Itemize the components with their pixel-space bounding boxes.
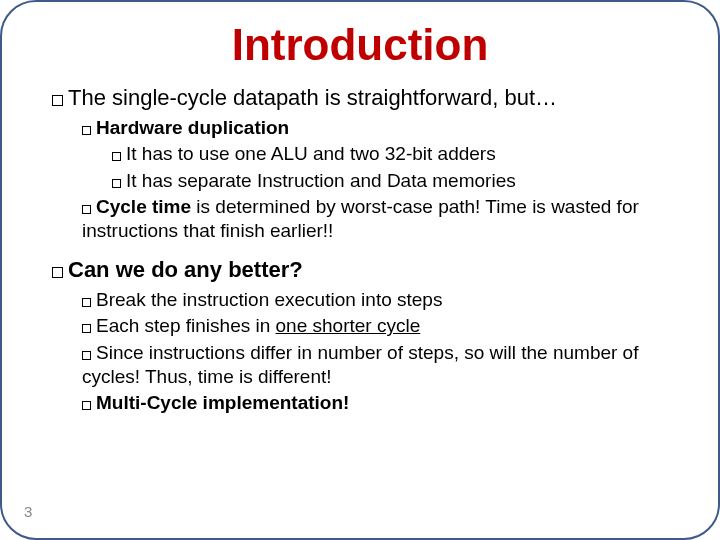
text: Can we do any better? — [68, 257, 303, 282]
bullet-l1-better: Can we do any better? — [52, 256, 678, 284]
square-bullet-icon — [112, 152, 121, 161]
square-bullet-icon — [82, 324, 91, 333]
slide-title: Introduction — [42, 20, 678, 70]
text: Hardware duplication — [96, 117, 289, 138]
bullet-l2-break: Break the instruction execution into ste… — [82, 288, 678, 312]
bullet-l2-differ: Since instructions differ in number of s… — [82, 341, 678, 390]
square-bullet-icon — [82, 126, 91, 135]
text: Break the instruction execution into ste… — [96, 289, 442, 310]
slide-frame: Introduction The single-cycle datapath i… — [0, 0, 720, 540]
square-bullet-icon — [52, 95, 63, 106]
square-bullet-icon — [82, 205, 91, 214]
text-a: Each step finishes in — [96, 315, 276, 336]
square-bullet-icon — [82, 351, 91, 360]
page-number: 3 — [24, 503, 32, 520]
text: Since instructions differ in number of s… — [82, 342, 638, 387]
spacer — [42, 246, 678, 252]
bullet-l2-hardware: Hardware duplication — [82, 116, 678, 140]
bullet-l2-shorter-cycle: Each step finishes in one shorter cycle — [82, 314, 678, 338]
text-underline: one shorter cycle — [276, 315, 421, 336]
square-bullet-icon — [52, 267, 63, 278]
text: The single-cycle datapath is straightfor… — [68, 85, 557, 110]
text: Multi-Cycle implementation! — [96, 392, 349, 413]
text: It has to use one ALU and two 32-bit add… — [126, 143, 496, 164]
square-bullet-icon — [112, 179, 121, 188]
bullet-l2-cycle-time: Cycle time is determined by worst-case p… — [82, 195, 678, 244]
bullet-l3-memories: It has separate Instruction and Data mem… — [112, 169, 678, 193]
bullet-l3-alu: It has to use one ALU and two 32-bit add… — [112, 142, 678, 166]
square-bullet-icon — [82, 298, 91, 307]
text: It has separate Instruction and Data mem… — [126, 170, 516, 191]
bullet-l2-multicycle: Multi-Cycle implementation! — [82, 391, 678, 415]
bullet-l1-intro: The single-cycle datapath is straightfor… — [52, 84, 678, 112]
text-bold: Cycle time — [96, 196, 191, 217]
square-bullet-icon — [82, 401, 91, 410]
